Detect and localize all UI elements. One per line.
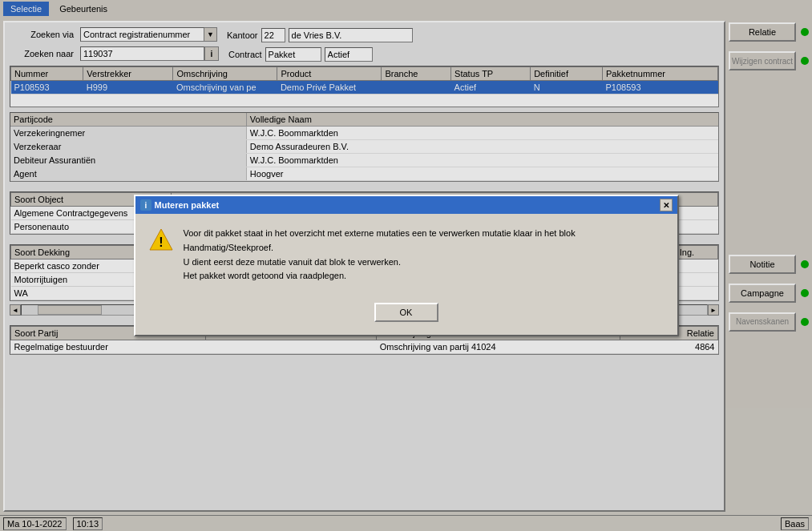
modal-line2: U dient eerst deze mutatie vanuit dat bl… — [184, 255, 665, 270]
modal-line1: Voor dit pakket staat in het overzicht m… — [184, 227, 665, 255]
modal-title-icon: i — [140, 199, 151, 211]
modal-message: Voor dit pakket staat in het overzicht m… — [184, 227, 665, 283]
ok-button[interactable]: OK — [374, 303, 438, 322]
modal-overlay: i Muteren pakket ✕ ! Voor dit pakket sta… — [0, 0, 812, 531]
modal-dialog: i Muteren pakket ✕ ! Voor dit pakket sta… — [134, 195, 679, 336]
modal-title-content: i Muteren pakket — [140, 199, 220, 211]
modal-title-text: Muteren pakket — [155, 200, 220, 210]
modal-content: ! Voor dit pakket staat in het overzicht… — [135, 214, 677, 296]
modal-footer: OK — [135, 296, 677, 335]
modal-titlebar: i Muteren pakket ✕ — [135, 196, 677, 214]
modal-line3: Het pakket wordt getoond via raadplegen. — [184, 269, 665, 284]
svg-text:!: ! — [159, 235, 163, 249]
warning-icon: ! — [148, 227, 174, 252]
modal-close-button[interactable]: ✕ — [660, 199, 673, 211]
svg-text:i: i — [144, 201, 147, 210]
